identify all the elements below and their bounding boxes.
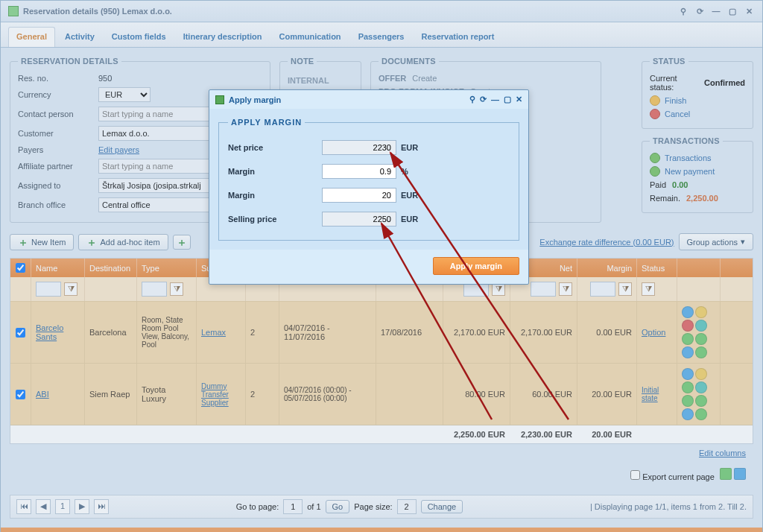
dialog-titlebar[interactable]: Apply margin ⚲ ⟳ — ▢ ✕ bbox=[209, 90, 528, 109]
selling-price-label: Selling price bbox=[228, 215, 317, 224]
selling-price-unit: EUR bbox=[401, 215, 428, 224]
minimize-icon[interactable]: — bbox=[491, 95, 499, 104]
apply-margin-button[interactable]: Apply margin bbox=[433, 257, 519, 275]
apply-margin-fieldset: APPLY MARGIN Net price EUR Margin % Marg… bbox=[218, 118, 519, 241]
margin-eur-label: Margin bbox=[228, 191, 317, 200]
apply-margin-dialog: Apply margin ⚲ ⟳ — ▢ ✕ APPLY MARGIN Net … bbox=[209, 89, 529, 285]
dialog-icon bbox=[215, 95, 224, 104]
net-price-label: Net price bbox=[228, 143, 317, 152]
dialog-title: Apply margin bbox=[229, 95, 281, 104]
margin-pct-label: Margin bbox=[228, 167, 317, 176]
maximize-icon[interactable]: ▢ bbox=[504, 95, 511, 104]
close-icon[interactable]: ✕ bbox=[516, 95, 522, 104]
pin-icon[interactable]: ⚲ bbox=[469, 95, 475, 104]
net-price-unit: EUR bbox=[401, 143, 428, 152]
margin-pct-input[interactable] bbox=[322, 164, 396, 179]
net-price-input bbox=[322, 140, 396, 155]
apply-margin-legend: APPLY MARGIN bbox=[228, 118, 305, 127]
margin-pct-unit: % bbox=[401, 167, 428, 176]
margin-eur-input[interactable] bbox=[322, 188, 396, 203]
refresh-icon[interactable]: ⟳ bbox=[480, 95, 487, 104]
margin-eur-unit: EUR bbox=[401, 191, 428, 200]
selling-price-input bbox=[322, 212, 396, 227]
